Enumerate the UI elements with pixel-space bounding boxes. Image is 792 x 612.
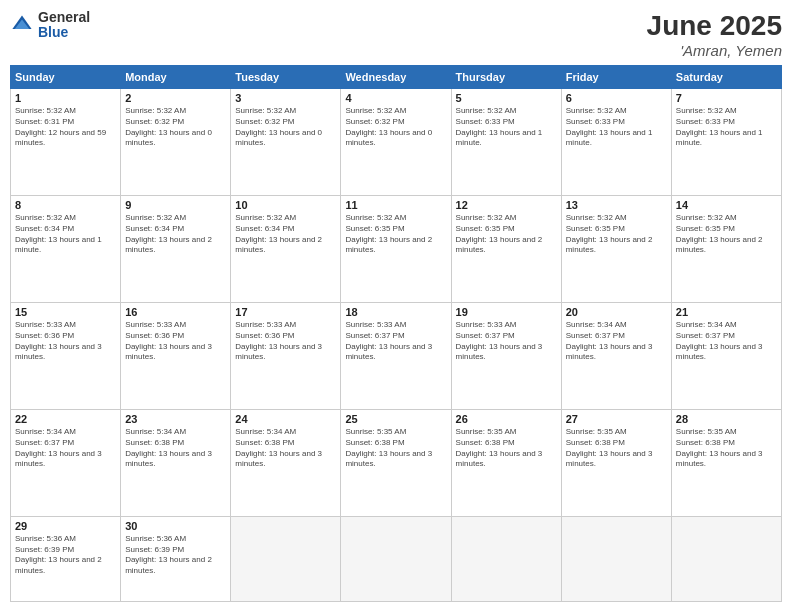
calendar-cell: 23Sunrise: 5:34 AMSunset: 6:38 PMDayligh… <box>121 409 231 516</box>
page: General Blue June 2025 'Amran, Yemen Sun… <box>0 0 792 612</box>
day-number: 17 <box>235 306 336 318</box>
day-info: Sunrise: 5:32 AMSunset: 6:34 PMDaylight:… <box>125 213 226 256</box>
calendar-day-header: Thursday <box>451 66 561 89</box>
calendar-cell: 17Sunrise: 5:33 AMSunset: 6:36 PMDayligh… <box>231 302 341 409</box>
day-number: 14 <box>676 199 777 211</box>
calendar-cell: 2Sunrise: 5:32 AMSunset: 6:32 PMDaylight… <box>121 89 231 196</box>
calendar-cell: 6Sunrise: 5:32 AMSunset: 6:33 PMDaylight… <box>561 89 671 196</box>
day-info: Sunrise: 5:32 AMSunset: 6:32 PMDaylight:… <box>125 106 226 149</box>
calendar-cell: 15Sunrise: 5:33 AMSunset: 6:36 PMDayligh… <box>11 302 121 409</box>
calendar-cell: 14Sunrise: 5:32 AMSunset: 6:35 PMDayligh… <box>671 195 781 302</box>
calendar-cell: 5Sunrise: 5:32 AMSunset: 6:33 PMDaylight… <box>451 89 561 196</box>
day-info: Sunrise: 5:35 AMSunset: 6:38 PMDaylight:… <box>456 427 557 470</box>
logo: General Blue <box>10 10 90 41</box>
day-number: 16 <box>125 306 226 318</box>
calendar-cell <box>671 516 781 601</box>
calendar-cell <box>341 516 451 601</box>
day-info: Sunrise: 5:32 AMSunset: 6:32 PMDaylight:… <box>235 106 336 149</box>
calendar-cell: 18Sunrise: 5:33 AMSunset: 6:37 PMDayligh… <box>341 302 451 409</box>
calendar-cell: 29Sunrise: 5:36 AMSunset: 6:39 PMDayligh… <box>11 516 121 601</box>
day-number: 15 <box>15 306 116 318</box>
day-info: Sunrise: 5:34 AMSunset: 6:37 PMDaylight:… <box>566 320 667 363</box>
day-number: 28 <box>676 413 777 425</box>
logo-general: General <box>38 10 90 25</box>
calendar-cell: 4Sunrise: 5:32 AMSunset: 6:32 PMDaylight… <box>341 89 451 196</box>
title-location: 'Amran, Yemen <box>647 42 782 59</box>
day-info: Sunrise: 5:32 AMSunset: 6:33 PMDaylight:… <box>456 106 557 149</box>
day-info: Sunrise: 5:35 AMSunset: 6:38 PMDaylight:… <box>566 427 667 470</box>
day-number: 6 <box>566 92 667 104</box>
day-info: Sunrise: 5:32 AMSunset: 6:31 PMDaylight:… <box>15 106 116 149</box>
day-info: Sunrise: 5:32 AMSunset: 6:33 PMDaylight:… <box>676 106 777 149</box>
day-number: 24 <box>235 413 336 425</box>
day-info: Sunrise: 5:34 AMSunset: 6:37 PMDaylight:… <box>15 427 116 470</box>
calendar-cell: 3Sunrise: 5:32 AMSunset: 6:32 PMDaylight… <box>231 89 341 196</box>
calendar-cell: 16Sunrise: 5:33 AMSunset: 6:36 PMDayligh… <box>121 302 231 409</box>
calendar-day-header: Friday <box>561 66 671 89</box>
logo-icon <box>10 13 34 37</box>
calendar-cell: 13Sunrise: 5:32 AMSunset: 6:35 PMDayligh… <box>561 195 671 302</box>
logo-text: General Blue <box>38 10 90 41</box>
day-number: 9 <box>125 199 226 211</box>
day-number: 4 <box>345 92 446 104</box>
calendar-cell: 8Sunrise: 5:32 AMSunset: 6:34 PMDaylight… <box>11 195 121 302</box>
day-number: 1 <box>15 92 116 104</box>
logo-blue: Blue <box>38 25 90 40</box>
calendar-cell: 19Sunrise: 5:33 AMSunset: 6:37 PMDayligh… <box>451 302 561 409</box>
calendar-cell: 24Sunrise: 5:34 AMSunset: 6:38 PMDayligh… <box>231 409 341 516</box>
day-info: Sunrise: 5:33 AMSunset: 6:37 PMDaylight:… <box>345 320 446 363</box>
calendar-week-row: 1Sunrise: 5:32 AMSunset: 6:31 PMDaylight… <box>11 89 782 196</box>
day-info: Sunrise: 5:36 AMSunset: 6:39 PMDaylight:… <box>125 534 226 577</box>
calendar-header-row: SundayMondayTuesdayWednesdayThursdayFrid… <box>11 66 782 89</box>
day-info: Sunrise: 5:35 AMSunset: 6:38 PMDaylight:… <box>676 427 777 470</box>
day-info: Sunrise: 5:36 AMSunset: 6:39 PMDaylight:… <box>15 534 116 577</box>
calendar-cell: 30Sunrise: 5:36 AMSunset: 6:39 PMDayligh… <box>121 516 231 601</box>
day-number: 26 <box>456 413 557 425</box>
calendar-cell: 25Sunrise: 5:35 AMSunset: 6:38 PMDayligh… <box>341 409 451 516</box>
title-block: June 2025 'Amran, Yemen <box>647 10 782 59</box>
day-info: Sunrise: 5:35 AMSunset: 6:38 PMDaylight:… <box>345 427 446 470</box>
day-info: Sunrise: 5:32 AMSunset: 6:35 PMDaylight:… <box>345 213 446 256</box>
day-number: 5 <box>456 92 557 104</box>
day-number: 2 <box>125 92 226 104</box>
day-number: 22 <box>15 413 116 425</box>
calendar-cell: 12Sunrise: 5:32 AMSunset: 6:35 PMDayligh… <box>451 195 561 302</box>
day-number: 3 <box>235 92 336 104</box>
calendar-cell: 7Sunrise: 5:32 AMSunset: 6:33 PMDaylight… <box>671 89 781 196</box>
calendar-cell: 27Sunrise: 5:35 AMSunset: 6:38 PMDayligh… <box>561 409 671 516</box>
calendar-cell: 1Sunrise: 5:32 AMSunset: 6:31 PMDaylight… <box>11 89 121 196</box>
day-info: Sunrise: 5:34 AMSunset: 6:38 PMDaylight:… <box>125 427 226 470</box>
day-number: 8 <box>15 199 116 211</box>
calendar-cell: 21Sunrise: 5:34 AMSunset: 6:37 PMDayligh… <box>671 302 781 409</box>
day-number: 18 <box>345 306 446 318</box>
calendar-week-row: 8Sunrise: 5:32 AMSunset: 6:34 PMDaylight… <box>11 195 782 302</box>
day-number: 12 <box>456 199 557 211</box>
calendar-week-row: 22Sunrise: 5:34 AMSunset: 6:37 PMDayligh… <box>11 409 782 516</box>
calendar-cell <box>451 516 561 601</box>
calendar-week-row: 29Sunrise: 5:36 AMSunset: 6:39 PMDayligh… <box>11 516 782 601</box>
day-info: Sunrise: 5:33 AMSunset: 6:36 PMDaylight:… <box>15 320 116 363</box>
calendar-cell: 28Sunrise: 5:35 AMSunset: 6:38 PMDayligh… <box>671 409 781 516</box>
day-number: 21 <box>676 306 777 318</box>
day-number: 23 <box>125 413 226 425</box>
day-number: 27 <box>566 413 667 425</box>
day-info: Sunrise: 5:33 AMSunset: 6:36 PMDaylight:… <box>125 320 226 363</box>
calendar-day-header: Sunday <box>11 66 121 89</box>
calendar-cell: 26Sunrise: 5:35 AMSunset: 6:38 PMDayligh… <box>451 409 561 516</box>
calendar-cell <box>561 516 671 601</box>
day-number: 25 <box>345 413 446 425</box>
calendar-cell: 10Sunrise: 5:32 AMSunset: 6:34 PMDayligh… <box>231 195 341 302</box>
day-number: 13 <box>566 199 667 211</box>
day-info: Sunrise: 5:32 AMSunset: 6:32 PMDaylight:… <box>345 106 446 149</box>
calendar-cell <box>231 516 341 601</box>
day-info: Sunrise: 5:32 AMSunset: 6:34 PMDaylight:… <box>15 213 116 256</box>
calendar-day-header: Wednesday <box>341 66 451 89</box>
day-info: Sunrise: 5:34 AMSunset: 6:37 PMDaylight:… <box>676 320 777 363</box>
day-number: 20 <box>566 306 667 318</box>
calendar-day-header: Saturday <box>671 66 781 89</box>
day-info: Sunrise: 5:32 AMSunset: 6:35 PMDaylight:… <box>566 213 667 256</box>
day-number: 7 <box>676 92 777 104</box>
calendar-cell: 9Sunrise: 5:32 AMSunset: 6:34 PMDaylight… <box>121 195 231 302</box>
title-month: June 2025 <box>647 10 782 42</box>
day-number: 29 <box>15 520 116 532</box>
